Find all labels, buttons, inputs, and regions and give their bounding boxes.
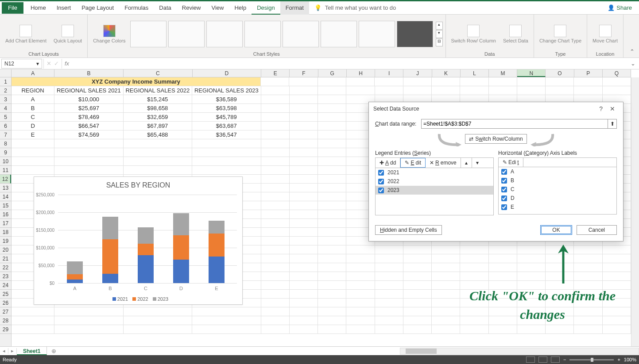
category-checkbox[interactable] — [501, 169, 507, 175]
row-header-14[interactable]: 14 — [0, 192, 11, 201]
row-header-13[interactable]: 13 — [0, 184, 11, 192]
move-chart-button[interactable]: Move Chart — [590, 24, 620, 44]
chart-style-4[interactable] — [244, 21, 281, 47]
row-header-19[interactable]: 19 — [0, 237, 11, 245]
close-button[interactable]: ✕ — [606, 105, 619, 112]
tab-review[interactable]: Review — [177, 1, 206, 15]
category-checkbox[interactable] — [501, 178, 507, 184]
styles-prev-row[interactable]: ▴ — [436, 22, 443, 30]
row-header-15[interactable]: 15 — [0, 201, 11, 210]
remove-series-button[interactable]: ✕Remove — [426, 158, 461, 168]
chart-style-7[interactable] — [359, 21, 395, 47]
column-header-D[interactable]: D — [193, 69, 262, 77]
change-chart-type-button[interactable]: Change Chart Type — [537, 24, 584, 44]
column-header-F[interactable]: F — [290, 69, 318, 77]
row-header-10[interactable]: 10 — [0, 157, 11, 166]
row-header-24[interactable]: 24 — [0, 281, 11, 290]
row-header-12[interactable]: 12 — [0, 175, 11, 184]
series-item[interactable]: 2021 — [376, 168, 493, 177]
column-header-E[interactable]: E — [261, 69, 290, 77]
tab-home[interactable]: Home — [25, 1, 51, 15]
category-item[interactable]: C — [499, 185, 616, 194]
row-header-9[interactable]: 9 — [0, 148, 11, 157]
normal-view-button[interactable] — [526, 356, 535, 363]
series-listbox[interactable]: 202120222023 — [375, 168, 494, 215]
formula-input[interactable] — [72, 59, 627, 69]
chart-style-8[interactable] — [397, 21, 433, 47]
tab-help[interactable]: Help — [229, 1, 252, 15]
chart-style-1[interactable] — [130, 21, 167, 47]
category-checkbox[interactable] — [501, 187, 507, 192]
row-header-25[interactable]: 25 — [0, 290, 11, 299]
column-header-P[interactable]: P — [574, 69, 603, 77]
row-header-1[interactable]: 1 — [0, 77, 11, 86]
tab-page-layout[interactable]: Page Layout — [76, 1, 119, 15]
row-header-28[interactable]: 28 — [0, 316, 11, 325]
edit-series-button[interactable]: ✎Edit — [400, 158, 426, 168]
zoom-slider[interactable] — [569, 359, 614, 360]
fx-icon[interactable]: fx — [62, 60, 72, 67]
category-checkbox[interactable] — [501, 195, 507, 201]
series-checkbox[interactable] — [378, 179, 384, 184]
category-item[interactable]: D — [499, 194, 616, 203]
styles-more[interactable]: ⊟ — [436, 38, 443, 46]
series-item[interactable]: 2022 — [376, 177, 493, 186]
select-all-corner[interactable] — [0, 69, 12, 77]
chart-style-6[interactable] — [321, 21, 357, 47]
file-menu[interactable]: File — [2, 2, 23, 14]
column-header-L[interactable]: L — [461, 69, 489, 77]
chart-style-2[interactable] — [168, 21, 205, 47]
tab-formulas[interactable]: Formulas — [119, 1, 154, 15]
cancel-formula-icon[interactable]: ✕ — [46, 60, 51, 67]
row-header-8[interactable]: 8 — [0, 139, 11, 148]
row-header-6[interactable]: 6 — [0, 122, 11, 130]
embedded-chart[interactable]: SALES BY REGION $0$50,000$100,000$150,00… — [34, 176, 243, 305]
sheet-nav-next[interactable]: ▸ — [8, 348, 17, 354]
share-button[interactable]: 👤 Share — [608, 4, 632, 11]
zoom-out-button[interactable]: − — [563, 357, 566, 362]
row-header-22[interactable]: 22 — [0, 263, 11, 272]
row-header-29[interactable]: 29 — [0, 325, 11, 334]
category-item[interactable]: A — [499, 167, 616, 176]
edit-axis-labels-button[interactable]: ✎Edit — [499, 158, 523, 167]
row-header-4[interactable]: 4 — [0, 104, 11, 113]
tell-me-search[interactable]: 💡 Tell me what you want to do — [314, 4, 396, 11]
column-header-N[interactable]: N — [517, 69, 546, 77]
name-box[interactable]: N12 ▾ — [1, 59, 42, 69]
column-header-G[interactable]: G — [318, 69, 347, 77]
column-header-J[interactable]: J — [403, 69, 432, 77]
select-data-button[interactable]: Select Data — [500, 24, 531, 44]
column-header-K[interactable]: K — [432, 69, 461, 77]
chart-data-range-input[interactable] — [421, 119, 608, 129]
series-item[interactable]: 2023 — [376, 186, 493, 195]
range-picker-button[interactable]: ⬆ — [608, 119, 617, 129]
row-header-3[interactable]: 3 — [0, 95, 11, 104]
row-header-18[interactable]: 18 — [0, 228, 11, 237]
row-header-23[interactable]: 23 — [0, 272, 11, 281]
tab-format[interactable]: Format — [280, 1, 309, 15]
zoom-in-button[interactable]: + — [617, 357, 620, 362]
add-chart-element-button[interactable]: Add Chart Element — [3, 24, 49, 44]
category-checkbox[interactable] — [501, 204, 507, 210]
series-checkbox[interactable] — [378, 170, 384, 176]
move-up-button[interactable]: ▴ — [461, 158, 472, 168]
row-header-20[interactable]: 20 — [0, 245, 11, 254]
switch-row-column-dialog-button[interactable]: ⇄ Switch Row/Column — [465, 134, 527, 144]
sheet-tab-sheet1[interactable]: Sheet1 — [17, 347, 47, 355]
move-down-button[interactable]: ▾ — [472, 158, 483, 168]
collapse-ribbon-button[interactable]: ⌃ — [625, 46, 639, 57]
column-header-O[interactable]: O — [546, 69, 574, 77]
series-checkbox[interactable] — [378, 188, 384, 193]
horizontal-scrollbar[interactable] — [400, 348, 639, 355]
add-series-button[interactable]: ✚Add — [376, 158, 400, 168]
column-header-C[interactable]: C — [124, 69, 193, 77]
row-header-5[interactable]: 5 — [0, 113, 11, 122]
ok-button[interactable]: OK — [540, 225, 572, 235]
tab-data[interactable]: Data — [154, 1, 176, 15]
column-header-M[interactable]: M — [489, 69, 517, 77]
row-header-2[interactable]: 2 — [0, 86, 11, 95]
column-header-B[interactable]: B — [54, 69, 124, 77]
row-header-16[interactable]: 16 — [0, 210, 11, 219]
name-box-dropdown-icon[interactable]: ▾ — [36, 61, 39, 67]
row-header-7[interactable]: 7 — [0, 130, 11, 139]
